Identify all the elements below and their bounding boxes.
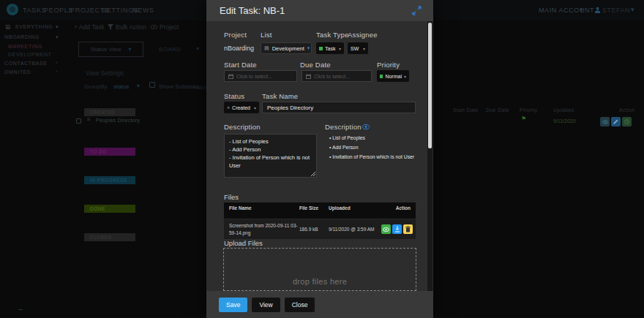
task-row-checkbox[interactable] — [76, 118, 81, 124]
file-row: Screenshot from 2020-09-11 03-59-14.png … — [224, 219, 416, 239]
assignee-dropdown[interactable]: SW ▾ — [348, 42, 368, 54]
bulk-action-button[interactable]: Bulk Action — [116, 23, 146, 31]
priority-dropdown[interactable]: Normal ▾ — [377, 70, 409, 82]
preview-item: Invitation of Person which is not User — [329, 154, 432, 159]
nav-item-tasks[interactable]: TASKS — [23, 7, 46, 14]
user-icon — [594, 7, 601, 13]
col-action: Action — [375, 205, 416, 211]
due-date-input[interactable]: Click to select... — [302, 70, 372, 82]
task-name-input[interactable]: Peoples Directory — [262, 102, 416, 113]
task-name-label: Task Name — [262, 92, 298, 100]
add-task-button[interactable]: + Add Task — [74, 23, 105, 31]
chevron-down-icon: ▾ — [307, 45, 310, 51]
row-more-button[interactable] — [622, 117, 632, 126]
task-type-label: Task Type — [316, 31, 348, 39]
collapse-sidebar-icon[interactable]: ← — [18, 305, 24, 312]
task-type-dropdown[interactable]: Task ▾ — [316, 42, 344, 54]
group-label: DONE — [90, 206, 105, 211]
modal-scrollbar-thumb[interactable] — [428, 23, 432, 148]
priority-flag-icon: ⚑ — [521, 116, 526, 122]
nav-item-news[interactable]: NEWS — [132, 7, 154, 14]
row-view-button[interactable] — [600, 117, 610, 126]
sidebar-item-marketing[interactable]: MARKETING — [8, 44, 42, 49]
clock-icon — [624, 119, 629, 124]
sidebar-item-omnited[interactable]: OMNITED — [4, 69, 31, 75]
account-chevron-icon: ▾ — [580, 6, 583, 13]
nav-item-people[interactable]: PEOPLE — [44, 7, 73, 14]
list-label: List — [261, 31, 272, 39]
row-edit-button[interactable] — [611, 117, 621, 126]
start-date-label: Start Date — [224, 61, 257, 69]
group-header-inprogress[interactable]: IN PROGRESS — [84, 176, 135, 184]
col-uploaded: Uploaded — [329, 205, 375, 211]
save-view-button[interactable]: Save View — [195, 84, 206, 91]
account-switcher[interactable]: MAIN ACCOUNT — [539, 7, 594, 14]
expand-icon[interactable] — [412, 6, 422, 15]
user-chevron-icon[interactable]: ▾ — [631, 6, 634, 13]
dropzone-text: drop files here — [293, 277, 347, 286]
group-label: IN PROGRESS — [90, 178, 127, 183]
description-textarea[interactable]: - List of Peoples - Add Person - Invitat… — [224, 134, 317, 178]
due-date-placeholder: Click to select... — [314, 74, 350, 79]
list-icon: ▤ — [264, 45, 269, 51]
file-name: Screenshot from 2020-09-11 03-59-14.png — [224, 222, 299, 237]
file-size: 186.9 kB — [299, 226, 329, 233]
file-uploaded: 9/11/2020 @ 3:59 AM — [329, 226, 375, 233]
close-button[interactable]: Close — [285, 298, 315, 312]
file-download-button[interactable] — [392, 224, 402, 234]
calendar-icon — [228, 74, 233, 79]
resize-grip-icon[interactable] — [310, 171, 316, 177]
group-header-todo[interactable]: TO DO — [84, 148, 135, 156]
task-type-value: Task — [325, 46, 335, 51]
start-date-placeholder: Click to select... — [236, 74, 272, 79]
chevron-down-icon[interactable]: ▾ — [56, 24, 59, 30]
group-label: CREATED — [90, 110, 115, 115]
file-dropzone[interactable]: drop files here — [223, 248, 416, 291]
task-row-name[interactable]: Peoples Directory — [96, 118, 140, 123]
save-button[interactable]: Save — [219, 298, 247, 312]
show-subtasks-label: Show Subtasks — [159, 83, 199, 90]
status-value: Created — [232, 105, 250, 110]
upload-files-heading: Upload Files — [224, 239, 263, 247]
file-view-button[interactable] — [381, 224, 391, 234]
show-subtasks-checkbox[interactable] — [149, 82, 155, 88]
group-header-closed[interactable]: CLOSED — [84, 233, 135, 241]
view-button[interactable]: View — [252, 298, 280, 312]
project-eye-icon — [151, 25, 157, 29]
start-date-input[interactable]: Click to select... — [224, 70, 297, 82]
files-table: File Name File Size Uploaded Action Scre… — [224, 202, 416, 239]
board-view-dropdown[interactable]: BOARD — [159, 46, 181, 53]
status-view-dropdown[interactable]: Status View ▾ — [78, 42, 143, 57]
list-dropdown[interactable]: ▤ Development ▾ — [261, 42, 312, 54]
sidebar-item-everything[interactable]: EVERYTHING — [15, 24, 53, 29]
chevron-down-icon: ▾ — [363, 46, 365, 51]
sidebar-item-nboarding[interactable]: NBOARDING — [4, 34, 40, 39]
user-menu[interactable]: STEFAN — [602, 7, 630, 14]
preview-item: Add Person — [329, 145, 432, 150]
group-header-created[interactable]: CREATED — [84, 108, 135, 116]
group-by-dropdown[interactable]: status — [113, 83, 129, 90]
column-header-action: Action — [619, 107, 634, 113]
preview-eye-icon[interactable] — [362, 124, 370, 129]
chevron-down-icon[interactable]: ▾ — [56, 34, 59, 40]
app-logo-icon[interactable] — [7, 4, 18, 15]
task-name-value: Peoples Directory — [267, 105, 313, 111]
chevron-right-icon[interactable]: › — [56, 69, 57, 74]
group-label: TO DO — [90, 149, 107, 154]
file-delete-button[interactable] — [403, 224, 413, 234]
project-button[interactable]: Project — [160, 23, 179, 31]
group-header-done[interactable]: DONE — [84, 205, 135, 213]
app-root: TASKS PEOPLE PROJECTS SETTINGS NEWS MAIN… — [0, 0, 644, 318]
task-row-updated: 9/11/2020 — [553, 118, 576, 124]
edit-task-modal: Edit Task: NB-1 Project List Task Type A… — [206, 0, 433, 318]
chevron-down-icon: ▾ — [254, 105, 256, 110]
eye-icon — [383, 227, 389, 232]
sidebar-item-contactbase[interactable]: CONTACTBASE — [4, 61, 48, 66]
task-type-color-square — [319, 47, 323, 50]
priority-color-square — [380, 75, 383, 78]
sidebar-item-development[interactable]: DEVELOPMENT — [8, 52, 52, 57]
drag-handle-icon[interactable]: ≡ — [87, 116, 91, 123]
chevron-right-icon[interactable]: › — [56, 60, 57, 65]
status-dropdown[interactable]: + Created ▾ — [224, 102, 259, 113]
view-settings-label: View Settings: — [86, 69, 125, 77]
